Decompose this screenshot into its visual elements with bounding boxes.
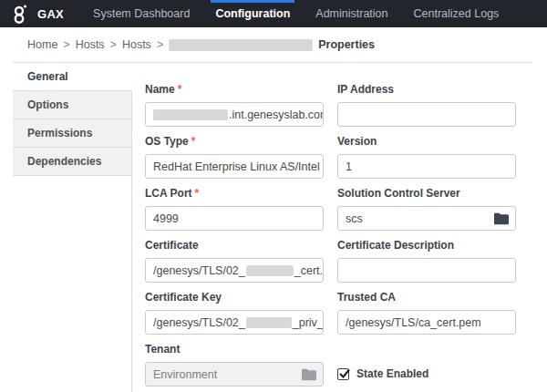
tenant-value: Environment xyxy=(153,368,217,381)
nav-item-administration[interactable]: Administration xyxy=(303,0,400,27)
brand-gax[interactable]: GAX xyxy=(32,0,73,27)
breadcrumb-home[interactable]: Home xyxy=(27,38,57,51)
name-label: Name* xyxy=(145,83,324,96)
nav-item-centralized-logs[interactable]: Centralized Logs xyxy=(401,0,512,27)
state-enabled-checkbox[interactable] xyxy=(337,368,349,380)
breadcrumb-properties: Properties xyxy=(318,38,375,51)
nav-item-system-dashboard[interactable]: System Dashboard xyxy=(80,0,202,27)
lca-port-field[interactable] xyxy=(145,206,324,231)
os-type-value: RedHat Enterprise Linux AS/Intel xyxy=(153,160,320,173)
breadcrumb-hosts[interactable]: Hosts xyxy=(76,38,105,51)
certificate-label: Certificate xyxy=(145,239,324,252)
certificate-description-label: Certificate Description xyxy=(337,239,516,252)
tab-permissions[interactable]: Permissions xyxy=(13,119,132,148)
trusted-ca-field[interactable] xyxy=(337,310,516,335)
version-field[interactable] xyxy=(337,154,516,179)
certificate-key-label: Certificate Key xyxy=(145,291,324,304)
tab-dependencies[interactable]: Dependencies xyxy=(13,148,132,176)
version-label: Version xyxy=(337,135,516,148)
solution-control-server-label: Solution Control Server xyxy=(337,187,516,200)
name-field[interactable]: .int.genesyslab.com xyxy=(145,102,324,127)
required-asterisk: * xyxy=(195,187,200,200)
solution-control-server-field[interactable] xyxy=(337,206,516,231)
tab-general[interactable]: General xyxy=(13,63,132,91)
breadcrumb-separator: > xyxy=(63,38,69,51)
folder-icon-disabled xyxy=(302,368,316,380)
general-tab-content: Name* .int.genesyslab.com IP Address OS … xyxy=(132,63,532,392)
genesys-logo-icon xyxy=(7,0,32,27)
required-asterisk: * xyxy=(178,83,182,96)
trusted-ca-label: Trusted CA xyxy=(337,291,516,304)
tenant-field: Environment xyxy=(145,362,324,387)
tab-options[interactable]: Options xyxy=(13,91,132,119)
breadcrumb: Home > Hosts > Hosts > Properties xyxy=(0,27,547,62)
redacted-hostname-prefix xyxy=(153,109,228,120)
top-navbar: GAX System Dashboard Configuration Admin… xyxy=(0,0,547,27)
required-asterisk: * xyxy=(191,135,196,148)
ip-address-label: IP Address xyxy=(337,83,516,96)
certificate-key-value-suffix: _priv_ke xyxy=(293,316,324,329)
left-tab-column: General Options Permissions Dependencies xyxy=(13,63,132,392)
redacted-certificate-key-name xyxy=(246,317,292,328)
tab-column-filler xyxy=(13,176,132,392)
ip-address-field[interactable] xyxy=(337,102,516,127)
nav-item-configuration[interactable]: Configuration xyxy=(202,0,303,27)
breadcrumb-separator: > xyxy=(110,38,117,51)
tenant-label: Tenant xyxy=(145,343,324,356)
certificate-field[interactable]: /genesys/TLS/02_ _cert.pe xyxy=(145,258,324,283)
state-enabled-label: State Enabled xyxy=(356,367,428,380)
os-type-select[interactable]: RedHat Enterprise Linux AS/Intel xyxy=(145,154,324,179)
breadcrumb-hosts-2[interactable]: Hosts xyxy=(122,38,151,51)
lca-port-label: LCA Port* xyxy=(145,187,324,200)
certificate-key-field[interactable]: /genesys/TLS/02_ _priv_ke xyxy=(145,310,324,335)
certificate-description-field[interactable] xyxy=(337,258,516,283)
name-value-suffix: .int.genesyslab.com xyxy=(229,108,324,121)
certificate-value-prefix: /genesys/TLS/02_ xyxy=(153,264,245,277)
os-type-label: OS Type* xyxy=(145,135,324,148)
certificate-value-suffix: _cert.pe xyxy=(294,264,324,277)
certificate-key-value-prefix: /genesys/TLS/02_ xyxy=(153,316,245,329)
host-properties-panel: General Options Permissions Dependencies… xyxy=(13,62,532,392)
chevron-down-icon xyxy=(320,164,324,170)
redacted-certificate-name xyxy=(246,265,294,276)
breadcrumb-separator: > xyxy=(157,38,163,51)
redacted-host-name xyxy=(169,39,313,51)
folder-browse-icon[interactable] xyxy=(494,212,509,224)
